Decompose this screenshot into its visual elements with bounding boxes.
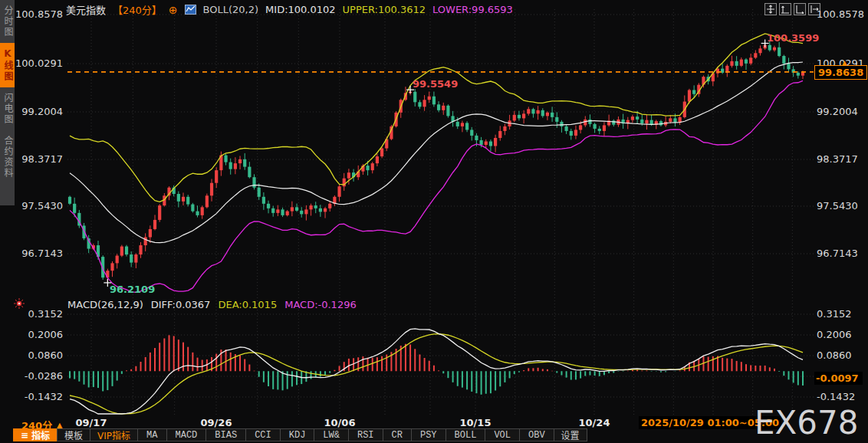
- toolbar-item-KDJ[interactable]: KDJ: [280, 428, 315, 441]
- toolbar-item-PSY[interactable]: PSY: [411, 428, 446, 441]
- mid-high-price-label: 99.5549: [413, 78, 458, 90]
- price-axis-label-left: 98.3717: [12, 153, 63, 165]
- macd-axis-label-left: 0.0860: [12, 349, 63, 361]
- date-tick: 09/26: [201, 417, 232, 428]
- macd-axis-label-right: 0.3152: [817, 308, 852, 320]
- chart-tools: [764, 3, 820, 15]
- macd-axis-label-left: 0.3152: [12, 308, 63, 320]
- toolbar-item-VOL[interactable]: VOL: [485, 428, 520, 441]
- price-axis-label-left: 97.5430: [12, 200, 63, 212]
- scale-x-axis-icon[interactable]: [794, 3, 806, 15]
- toolbar-item-指标[interactable]: ≡指标: [13, 428, 58, 441]
- price-axis-label-right: 99.2004: [817, 106, 858, 117]
- indicator-list-icon: ≡: [21, 430, 28, 441]
- indicator-name[interactable]: BOLL(20,2): [203, 4, 259, 15]
- price-axis-label-left: 96.7143: [12, 248, 63, 259]
- period-tag[interactable]: 【240分】: [113, 2, 162, 17]
- date-tick: 09/17: [76, 417, 107, 428]
- current-macd-badge: -0.0097: [814, 372, 863, 385]
- symbol-name: 美元指数: [66, 2, 106, 17]
- macd-axis-label-right: 0.0860: [817, 349, 852, 361]
- live-alert-icon[interactable]: [14, 298, 25, 309]
- price-axis-label-left: 99.2004: [12, 106, 63, 117]
- macd-axis-label-left: 0.2006: [12, 329, 63, 340]
- low-price-label: 96.2109: [110, 284, 155, 295]
- watermark: EX678: [755, 404, 858, 441]
- current-price-badge: 99.8638: [814, 65, 867, 80]
- toolbar-item-MA[interactable]: MA: [137, 428, 166, 441]
- price-axis-label-left: 100.0291: [12, 57, 63, 69]
- pan-move-icon[interactable]: [764, 3, 777, 15]
- price-axis-label-right: 98.3717: [817, 153, 858, 165]
- toolbar-item-CCI[interactable]: CCI: [245, 428, 281, 441]
- boll-mid-value: MID:100.0102: [265, 4, 335, 15]
- toolbar-item-VIP指标[interactable]: VIP指标: [90, 428, 138, 441]
- toolbar-item-LW&[interactable]: LW&: [314, 428, 349, 441]
- toolbar-item-BIAS[interactable]: BIAS: [205, 428, 246, 441]
- indicator-chart-icon[interactable]: [185, 5, 196, 15]
- chart-type-sidebar: 分时图K线图闪电图合约资料: [0, 0, 15, 205]
- boll-lower-value: LOWER:99.6593: [432, 4, 513, 15]
- toolbar-item-设置[interactable]: 设置: [554, 428, 587, 441]
- app-window: 分时图K线图闪电图合约资料 美元指数 【240分】 ⊕ BOLL(20,2) M…: [0, 0, 868, 443]
- date-tick: 10/24: [579, 417, 610, 428]
- macd-diff-value: DIFF:0.0367: [151, 299, 211, 310]
- price-axis-label-right: 100.8578: [817, 8, 864, 20]
- toolbar-item-CR[interactable]: CR: [383, 428, 412, 441]
- price-axis-label-right: 96.7143: [817, 248, 858, 259]
- add-overlay-icon[interactable]: ⊕: [169, 4, 178, 16]
- indicator-toolbar: ≡指标模板VIP指标MAMACDBIASCCIKDJLW&RSICRPSYBOL…: [14, 428, 587, 443]
- macd-dea-value: DEA:0.1015: [218, 299, 277, 310]
- macd-axis-label-right: -0.1432: [817, 391, 855, 402]
- macd-chart-area[interactable]: [67, 308, 814, 415]
- macd-axis-label-left: -0.0286: [12, 370, 63, 382]
- macd-axis-label-right: 0.2006: [817, 329, 852, 340]
- toolbar-item-RSI[interactable]: RSI: [348, 428, 383, 441]
- toolbar-item-模板[interactable]: 模板: [57, 428, 90, 441]
- boll-upper-value: UPPER:100.3612: [343, 4, 426, 15]
- macd-axis-label-left: -0.1432: [12, 391, 63, 402]
- date-tick: 10/06: [324, 417, 356, 428]
- chart-header: 美元指数 【240分】 ⊕ BOLL(20,2) MID:100.0102 UP…: [66, 2, 513, 17]
- toolbar-item-BOLL[interactable]: BOLL: [446, 428, 486, 441]
- price-axis-label-left: 100.8578: [12, 8, 63, 20]
- scale-y-axis-icon[interactable]: [779, 3, 791, 15]
- toolbar-item-OBV[interactable]: OBV: [519, 428, 554, 441]
- sidebar-tab-0[interactable]: 分时图: [0, 0, 15, 43]
- main-chart-area[interactable]: [67, 8, 814, 297]
- price-axis-label-right: 97.5430: [817, 200, 858, 212]
- macd-macd-value: MACD:-0.1296: [284, 299, 357, 310]
- date-tick: 10/15: [460, 417, 492, 428]
- macd-header: MACD(26,12,9) DIFF:0.0367 DEA:0.1015 MAC…: [67, 299, 357, 310]
- toolbar-item-MACD[interactable]: MACD: [166, 428, 207, 441]
- recent-high-price-label: 100.3599: [767, 32, 819, 44]
- macd-name[interactable]: MACD(26,12,9): [67, 299, 143, 310]
